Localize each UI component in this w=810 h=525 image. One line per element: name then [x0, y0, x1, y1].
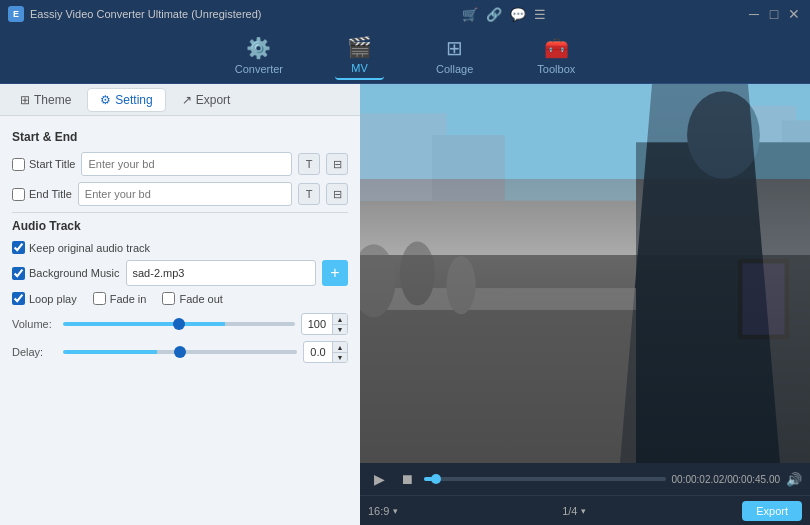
delay-up-button[interactable]: ▲ [333, 342, 347, 352]
tab-setting[interactable]: ⚙ Setting [87, 88, 165, 112]
start-title-label: Start Title [29, 158, 75, 170]
nav-mv[interactable]: 🎬 MV [335, 31, 384, 80]
title-bar: E Eassiy Video Converter Ultimate (Unreg… [0, 0, 810, 28]
tab-theme-label: Theme [34, 93, 71, 107]
nav-collage[interactable]: ⊞ Collage [424, 32, 485, 79]
delay-value: 0.0 [304, 344, 332, 360]
start-title-font-icon[interactable]: T [298, 153, 320, 175]
playback-options-row: Loop play Fade in Fade out [12, 292, 348, 305]
time-display: 00:00:02.02/00:00:45.00 [672, 474, 780, 485]
loop-play-checkbox[interactable] [12, 292, 25, 305]
volume-slider[interactable] [63, 322, 295, 326]
keep-original-row: Keep original audio track [12, 241, 348, 254]
start-title-layout-icon[interactable]: ⊟ [326, 153, 348, 175]
volume-up-button[interactable]: ▲ [333, 314, 347, 324]
close-button[interactable]: ✕ [786, 6, 802, 22]
fade-in-checkbox-label[interactable]: Fade in [93, 292, 147, 305]
delay-label: Delay: [12, 346, 57, 358]
start-title-checkbox[interactable] [12, 158, 25, 171]
converter-icon: ⚙️ [246, 36, 271, 60]
page-chevron-icon: ▾ [581, 506, 586, 516]
page-value: 1/4 [562, 505, 577, 517]
keep-original-checkbox-label[interactable]: Keep original audio track [12, 241, 150, 254]
export-arrow-icon: ↗ [182, 93, 192, 107]
delay-row: Delay: 0.0 ▲ ▼ [12, 341, 348, 363]
export-button[interactable]: Export [742, 501, 802, 521]
end-title-font-icon[interactable]: T [298, 183, 320, 205]
info-bar: 16:9 ▾ 1/4 ▾ Export [360, 495, 810, 525]
progress-thumb [431, 474, 441, 484]
stop-button[interactable]: ⏹ [396, 468, 418, 490]
keep-original-checkbox[interactable] [12, 241, 25, 254]
left-panel: ⊞ Theme ⚙ Setting ↗ Export Start & End S… [0, 84, 360, 525]
bg-music-checkbox-label[interactable]: Background Music [12, 267, 120, 280]
app-icon: E [8, 6, 24, 22]
loop-play-label: Loop play [29, 293, 77, 305]
bg-music-label: Background Music [29, 267, 120, 279]
setting-gear-icon: ⚙ [100, 93, 111, 107]
nav-toolbox[interactable]: 🧰 Toolbox [525, 32, 587, 79]
delay-down-button[interactable]: ▼ [333, 352, 347, 362]
svg-rect-3 [432, 135, 505, 201]
fade-in-label: Fade in [110, 293, 147, 305]
chat-icon[interactable]: 💬 [510, 7, 526, 22]
end-title-label: End Title [29, 188, 72, 200]
nav-toolbox-label: Toolbox [537, 63, 575, 75]
end-title-checkbox-label[interactable]: End Title [12, 188, 72, 201]
mv-icon: 🎬 [347, 35, 372, 59]
settings-panel: Start & End Start Title T ⊟ End Title T … [0, 116, 360, 525]
volume-number-box: 100 ▲ ▼ [301, 313, 348, 335]
progress-bar[interactable] [424, 477, 666, 481]
end-title-checkbox[interactable] [12, 188, 25, 201]
play-button[interactable]: ▶ [368, 468, 390, 490]
volume-icon[interactable]: 🔊 [786, 472, 802, 487]
delay-slider[interactable] [63, 350, 297, 354]
cart-icon[interactable]: 🛒 [462, 7, 478, 22]
nav-converter[interactable]: ⚙️ Converter [223, 32, 295, 79]
bg-music-checkbox[interactable] [12, 267, 25, 280]
tab-setting-label: Setting [115, 93, 152, 107]
music-file-select[interactable]: sad-2.mp3 [126, 260, 317, 286]
keep-original-label: Keep original audio track [29, 242, 150, 254]
end-title-layout-icon[interactable]: ⊟ [326, 183, 348, 205]
fade-out-label: Fade out [179, 293, 222, 305]
tab-export[interactable]: ↗ Export [170, 89, 243, 111]
fade-out-checkbox[interactable] [162, 292, 175, 305]
start-title-input[interactable] [81, 152, 292, 176]
fade-in-checkbox[interactable] [93, 292, 106, 305]
link-icon[interactable]: 🔗 [486, 7, 502, 22]
nav-mv-label: MV [351, 62, 368, 74]
start-title-checkbox-label[interactable]: Start Title [12, 158, 75, 171]
background-music-row: Background Music sad-2.mp3 + [12, 260, 348, 286]
maximize-button[interactable]: □ [766, 6, 782, 22]
audio-track-section-title: Audio Track [12, 219, 348, 233]
tab-theme[interactable]: ⊞ Theme [8, 89, 83, 111]
start-end-section-title: Start & End [12, 130, 348, 144]
page-select[interactable]: 1/4 ▾ [562, 505, 586, 517]
right-panel: ▶ ⏹ 00:00:02.02/00:00:45.00 🔊 16:9 ▾ 1/4… [360, 84, 810, 525]
ratio-chevron-icon: ▾ [393, 506, 398, 516]
volume-value: 100 [302, 316, 332, 332]
volume-down-button[interactable]: ▼ [333, 324, 347, 334]
controls-bar: ▶ ⏹ 00:00:02.02/00:00:45.00 🔊 [360, 463, 810, 495]
menu-icon[interactable]: ☰ [534, 7, 546, 22]
volume-label: Volume: [12, 318, 57, 330]
end-title-input[interactable] [78, 182, 292, 206]
fade-out-checkbox-label[interactable]: Fade out [162, 292, 222, 305]
loop-play-checkbox-label[interactable]: Loop play [12, 292, 77, 305]
nav-converter-label: Converter [235, 63, 283, 75]
nav-collage-label: Collage [436, 63, 473, 75]
ratio-value: 16:9 [368, 505, 389, 517]
tab-bar: ⊞ Theme ⚙ Setting ↗ Export [0, 84, 360, 116]
end-title-row: End Title T ⊟ [12, 182, 348, 206]
nav-bar: ⚙️ Converter 🎬 MV ⊞ Collage 🧰 Toolbox [0, 28, 810, 84]
collage-icon: ⊞ [446, 36, 463, 60]
add-music-button[interactable]: + [322, 260, 348, 286]
svg-point-9 [687, 91, 760, 178]
video-preview [360, 84, 810, 463]
main-layout: ⊞ Theme ⚙ Setting ↗ Export Start & End S… [0, 84, 810, 525]
minimize-button[interactable]: ─ [746, 6, 762, 22]
toolbox-icon: 🧰 [544, 36, 569, 60]
svg-rect-11 [742, 263, 784, 334]
ratio-select[interactable]: 16:9 ▾ [368, 505, 398, 517]
